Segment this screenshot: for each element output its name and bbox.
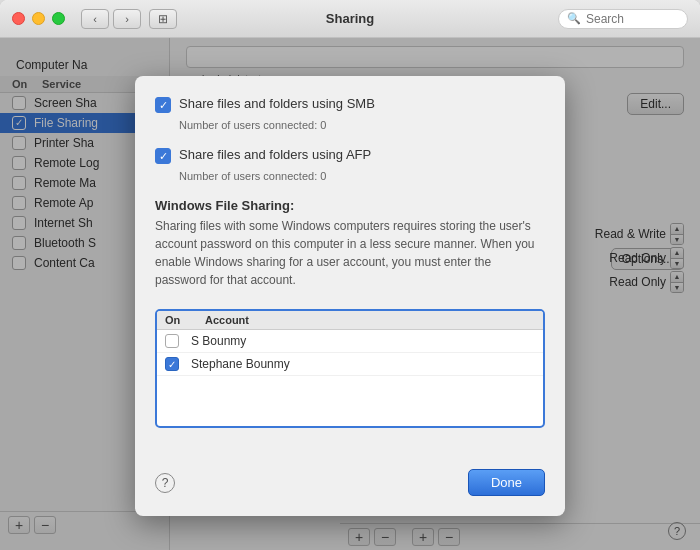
main-window: ‹ › ⊞ Sharing 🔍 Computer Na On Service [0, 0, 700, 550]
smb-checkbox-row: Share files and folders using SMB [155, 96, 545, 113]
options-dialog: Share files and folders using SMB Number… [135, 76, 565, 516]
windows-title: Windows File Sharing: [155, 198, 545, 213]
account-row-1[interactable]: S Bounmy [157, 330, 543, 353]
smb-section: Share files and folders using SMB Number… [155, 96, 545, 137]
afp-label: Share files and folders using AFP [179, 147, 371, 162]
window-title: Sharing [326, 11, 374, 26]
traffic-lights [12, 12, 65, 25]
account-table: On Account S Bounmy Stephane Bounmy [155, 309, 545, 428]
afp-section: Share files and folders using AFP Number… [155, 147, 545, 188]
windows-section: Windows File Sharing: Sharing files with… [155, 198, 545, 299]
maximize-button[interactable] [52, 12, 65, 25]
search-bar[interactable]: 🔍 [558, 9, 688, 29]
afp-checkbox[interactable] [155, 148, 171, 164]
account-name-1: S Bounmy [191, 334, 246, 348]
account-col-on-header: On [165, 314, 205, 326]
grid-view-button[interactable]: ⊞ [149, 9, 177, 29]
table-spacer [157, 376, 543, 426]
minimize-button[interactable] [32, 12, 45, 25]
main-content: Computer Na On Service Screen Sha File S… [0, 38, 700, 550]
search-icon: 🔍 [567, 12, 581, 25]
afp-checkbox-row: Share files and folders using AFP [155, 147, 545, 164]
dialog-help-button[interactable]: ? [155, 473, 175, 493]
account-checkbox-1[interactable] [165, 334, 179, 348]
account-name-2: Stephane Bounmy [191, 357, 290, 371]
search-input[interactable] [586, 12, 679, 26]
dialog-bottom: ? Done [155, 461, 545, 496]
back-button[interactable]: ‹ [81, 9, 109, 29]
dialog-overlay: Share files and folders using SMB Number… [0, 38, 700, 550]
account-row-2[interactable]: Stephane Bounmy [157, 353, 543, 376]
done-button[interactable]: Done [468, 469, 545, 496]
account-table-header: On Account [157, 311, 543, 330]
account-col-name-header: Account [205, 314, 249, 326]
titlebar: ‹ › ⊞ Sharing 🔍 [0, 0, 700, 38]
forward-button[interactable]: › [113, 9, 141, 29]
close-button[interactable] [12, 12, 25, 25]
smb-sublabel: Number of users connected: 0 [179, 119, 545, 131]
windows-desc: Sharing files with some Windows computer… [155, 217, 545, 289]
smb-label: Share files and folders using SMB [179, 96, 375, 111]
afp-sublabel: Number of users connected: 0 [179, 170, 545, 182]
smb-checkbox[interactable] [155, 97, 171, 113]
nav-buttons: ‹ › [81, 9, 141, 29]
account-checkbox-2[interactable] [165, 357, 179, 371]
